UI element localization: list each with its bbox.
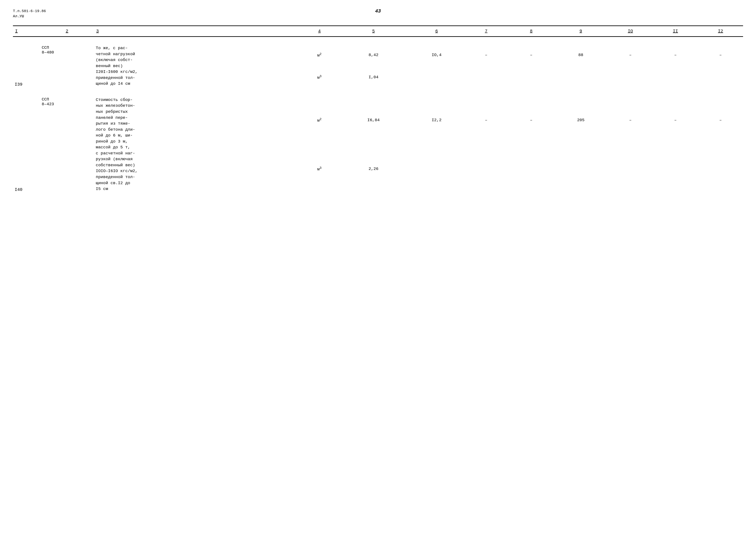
page-number: 43 <box>375 9 381 14</box>
row-col6 <box>410 145 464 193</box>
row-col12: – <box>698 96 743 145</box>
row-col11: – <box>653 96 698 145</box>
col-header-3: 3 <box>94 26 301 37</box>
row-col12 <box>698 66 743 88</box>
page-header: Т.п.501-6-19.86 Ал.УШ 43 <box>13 9 743 19</box>
row-col7 <box>464 145 509 193</box>
row-unit: м2 <box>301 96 338 145</box>
row-unit: м3 <box>301 66 338 88</box>
row-col7: – <box>464 96 509 145</box>
row-unit: м2 <box>301 44 338 66</box>
row-col9 <box>554 66 608 88</box>
main-table-wrapper: I 2 3 4 5 6 7 8 9 IO II I2 I39ССП 8–480Т… <box>13 25 743 193</box>
row-col9 <box>554 145 608 193</box>
col-header-7: 7 <box>464 26 509 37</box>
row-code: ССП 8–423 <box>40 96 94 193</box>
row-number: I40 <box>13 96 40 193</box>
table-row: I40ССП 8–423Стоимость сбор- ных железобе… <box>13 96 743 145</box>
row-col6: IO,4 <box>410 44 464 66</box>
col-header-1: I <box>13 26 40 37</box>
row-col10 <box>608 145 653 193</box>
row-col11 <box>653 66 698 88</box>
header-left: Т.п.501-6-19.86 Ал.УШ <box>13 9 46 19</box>
row-col9: 205 <box>554 96 608 145</box>
row-description: Стоимость сбор- ных железобетон- ных реб… <box>94 96 301 193</box>
row-description: То же, с рас- четной нагрузкой (включая … <box>94 44 301 88</box>
doc-ref-line1: Т.п.501-6-19.86 <box>13 9 46 14</box>
row-col8 <box>509 145 554 193</box>
row-col8: – <box>509 96 554 145</box>
row-col6: I2,2 <box>410 96 464 145</box>
row-col7: – <box>464 44 509 66</box>
table-body: I39ССП 8–480То же, с рас- четной нагрузк… <box>13 37 743 193</box>
row-col5: I6,84 <box>338 96 410 145</box>
row-col10: – <box>608 44 653 66</box>
row-col9: 88 <box>554 44 608 66</box>
col-header-9: 9 <box>554 26 608 37</box>
row-col7 <box>464 66 509 88</box>
col-header-10: IO <box>608 26 653 37</box>
table-row: I39ССП 8–480То же, с рас- четной нагрузк… <box>13 44 743 66</box>
row-col8: – <box>509 44 554 66</box>
col-header-11: II <box>653 26 698 37</box>
row-number: I39 <box>13 44 40 88</box>
col-header-2: 2 <box>40 26 94 37</box>
row-col11: – <box>653 44 698 66</box>
doc-ref-line2: Ал.УШ <box>13 14 46 19</box>
row-col10 <box>608 66 653 88</box>
col-header-6: 6 <box>410 26 464 37</box>
main-table: I 2 3 4 5 6 7 8 9 IO II I2 I39ССП 8–480Т… <box>13 25 743 193</box>
row-col6 <box>410 66 464 88</box>
col-header-4: 4 <box>301 26 338 37</box>
row-col8 <box>509 66 554 88</box>
row-col11 <box>653 145 698 193</box>
row-col5: I,04 <box>338 66 410 88</box>
table-header-row: I 2 3 4 5 6 7 8 9 IO II I2 <box>13 26 743 37</box>
col-header-5: 5 <box>338 26 410 37</box>
row-unit: м3 <box>301 145 338 193</box>
row-col10: – <box>608 96 653 145</box>
col-header-12: I2 <box>698 26 743 37</box>
row-col12: – <box>698 44 743 66</box>
row-col12 <box>698 145 743 193</box>
col-header-8: 8 <box>509 26 554 37</box>
row-col5: 8,42 <box>338 44 410 66</box>
row-code: ССП 8–480 <box>40 44 94 88</box>
row-col5: 2,26 <box>338 145 410 193</box>
